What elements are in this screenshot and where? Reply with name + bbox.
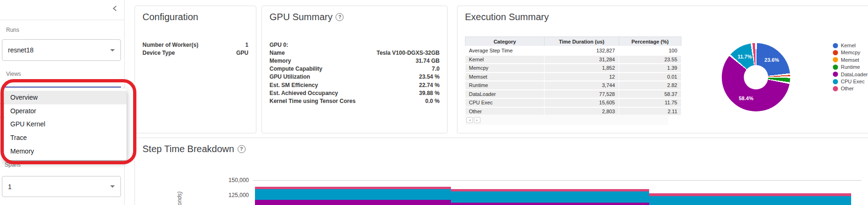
gpu-summary-label: Name xyxy=(269,50,285,56)
execution-summary-table: CategoryTime Duration (us)Percentage (%)… xyxy=(465,37,681,115)
cell-category: Average Step Time xyxy=(465,46,545,55)
step-bar-segment xyxy=(451,203,649,205)
legend-item-runtime: Runtime xyxy=(833,65,860,70)
page-prev-button[interactable]: ◄ xyxy=(466,117,473,123)
views-label: Views xyxy=(6,71,21,77)
table-row[interactable]: Average Step Time132,827100 xyxy=(465,46,681,55)
gpu-summary-label: GPU 0: xyxy=(269,42,288,48)
legend-color-dot xyxy=(833,43,838,48)
table-row[interactable]: Memcpy1,8521.39 xyxy=(465,64,681,73)
cell-category: DataLoader xyxy=(465,90,545,99)
configuration-label: Number of Worker(s) xyxy=(142,42,198,48)
configuration-row: Device TypeGPU xyxy=(142,49,248,57)
views-menu-item-operator[interactable]: Operator xyxy=(4,104,127,118)
gpu-summary-label: Kernel Time using Tensor Cores xyxy=(269,98,356,104)
views-select-underline[interactable] xyxy=(2,87,121,88)
cell-category: Memset xyxy=(465,73,545,81)
cell-value: 11.75 xyxy=(619,98,681,107)
legend-item-other: Other xyxy=(833,86,854,91)
table-row[interactable]: CPU Exec15,60511.75 xyxy=(465,98,681,107)
donut-hole xyxy=(744,65,768,89)
gpu-summary-value: Tesla V100-DGXS-32GB xyxy=(376,50,440,56)
runs-label: Runs xyxy=(6,27,19,33)
table-row[interactable]: Runtime3,7442.82 xyxy=(465,81,681,90)
legend-label: Runtime xyxy=(841,64,860,70)
legend-label: DataLoader xyxy=(841,72,868,77)
gpu-summary-value: 7.0 xyxy=(432,66,440,72)
hidden-select-border-stub xyxy=(0,103,4,104)
legend-item-cpu-exec: CPU Exec xyxy=(833,79,865,84)
help-icon[interactable]: ? xyxy=(238,145,246,153)
gpu-summary-row: Memory31.74 GB xyxy=(269,57,440,65)
page-next-button[interactable]: ► xyxy=(474,117,480,123)
execution-summary-title: Execution Summary xyxy=(465,12,549,22)
cell-value: 3,744 xyxy=(545,81,619,90)
gpu-summary-label: Compute Capability xyxy=(269,66,322,72)
views-menu-item-overview[interactable]: Overview xyxy=(4,91,127,104)
views-dropdown-menu: OverviewOperatorGPU KernelTraceMemory xyxy=(4,88,127,160)
chevron-left-icon xyxy=(112,5,118,12)
column-header-percentage-[interactable]: Percentage (%) xyxy=(619,37,681,47)
cell-value: 2.11 xyxy=(619,107,681,116)
spans-label: Spans xyxy=(5,161,21,168)
step-bar-segment xyxy=(649,196,851,205)
step-bar-segment xyxy=(255,200,451,205)
legend-label: Memcpy xyxy=(841,50,861,55)
pie-slice-label: 11.7% xyxy=(738,54,752,59)
gpu-summary-label: Est. SM Efficiency xyxy=(269,82,318,88)
column-header-time-duration-us-[interactable]: Time Duration (us) xyxy=(545,37,619,47)
gpu-summary-value: 22.74 % xyxy=(419,82,440,88)
runs-select-value: resnet18 xyxy=(8,46,33,54)
cell-value: 77,528 xyxy=(545,90,619,99)
legend-label: Kernel xyxy=(841,43,856,48)
cell-value: 1.39 xyxy=(619,64,681,73)
gpu-summary-label: Memory xyxy=(269,58,291,64)
cell-category: Runtime xyxy=(465,81,545,90)
y-tick-125000: 125,000 xyxy=(216,192,249,198)
pie-slice-label: 58.4% xyxy=(739,95,753,101)
views-menu-item-trace[interactable]: Trace xyxy=(4,131,127,145)
help-icon[interactable]: ? xyxy=(336,13,344,21)
legend-color-dot xyxy=(833,50,838,55)
cell-value: 2,803 xyxy=(545,107,619,116)
legend-color-dot xyxy=(833,86,838,91)
hidden-select-border-stub xyxy=(0,117,4,117)
legend-item-dataloader: DataLoader xyxy=(833,72,868,77)
spans-select-value: 1 xyxy=(8,183,12,190)
gpu-summary-row: Est. Achieved Occupancy39.88 % xyxy=(269,89,440,97)
configuration-rows: Number of Worker(s)1Device TypeGPU xyxy=(142,41,248,57)
configuration-card: Configuration Number of Worker(s)1Device… xyxy=(135,6,256,133)
gpu-summary-row: GPU 0: xyxy=(269,41,440,49)
spans-select[interactable]: 1 xyxy=(2,176,121,197)
runs-select[interactable]: resnet18 xyxy=(2,39,121,61)
step-bar-segment xyxy=(451,191,649,203)
table-row[interactable]: Kernel31,28423.55 xyxy=(465,55,681,64)
views-menu-item-memory[interactable]: Memory xyxy=(4,144,127,158)
cell-category: Memcpy xyxy=(465,64,545,73)
sidebar: Runs resnet18 Views OverviewOperatorGPU … xyxy=(0,0,125,205)
table-pagination: ◄ ► xyxy=(465,115,668,125)
table-row[interactable]: DataLoader77,52858.37 xyxy=(465,90,681,99)
pytorch-profiler-overview-page: Runs resnet18 Views OverviewOperatorGPU … xyxy=(0,0,868,205)
table-row[interactable]: Memset120.01 xyxy=(465,73,681,81)
gpu-summary-row: Compute Capability7.0 xyxy=(269,65,440,73)
legend-label: Other xyxy=(841,86,854,91)
step-bar-segment xyxy=(255,189,451,200)
table-row[interactable]: Other2,8032.11 xyxy=(465,107,681,116)
legend-item-kernel: Kernel xyxy=(833,43,856,48)
gpu-summary-value: 23.54 % xyxy=(419,73,440,80)
gpu-summary-row: Kernel Time using Tensor Cores0.0 % xyxy=(269,97,440,105)
cell-value: 12 xyxy=(545,73,619,81)
views-menu-item-gpu-kernel[interactable]: GPU Kernel xyxy=(4,117,127,131)
pie-slice-label: 23.6% xyxy=(764,57,779,63)
step-time-breakdown-title: Step Time Breakdown ? xyxy=(142,144,246,154)
gpu-summary-row: GPU Utilization23.54 % xyxy=(269,73,440,81)
legend-color-dot xyxy=(833,65,838,70)
sidebar-collapse-button[interactable] xyxy=(110,3,120,14)
column-header-category[interactable]: Category xyxy=(465,37,545,47)
cell-value: 100 xyxy=(619,46,681,55)
legend-color-dot xyxy=(833,72,838,77)
sidebar-divider xyxy=(0,20,125,20)
execution-summary-donut-chart: 23.6%58.4%11.7% xyxy=(722,43,790,111)
gpu-summary-label: Est. Achieved Occupancy xyxy=(269,90,338,96)
